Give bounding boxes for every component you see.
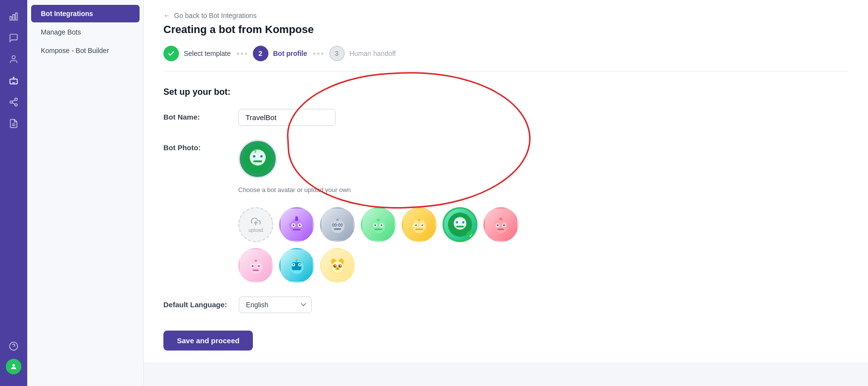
svg-point-77	[503, 224, 505, 226]
svg-point-54	[381, 224, 383, 226]
avatar-row-2	[238, 248, 518, 283]
svg-point-76	[497, 224, 499, 226]
svg-rect-62	[415, 228, 423, 230]
svg-rect-56	[377, 219, 379, 221]
bot-photo-selected	[238, 140, 277, 178]
svg-point-40	[331, 219, 345, 233]
avatar-3[interactable]	[361, 207, 396, 242]
user-avatar-icon[interactable]	[6, 359, 21, 374]
main-content: ← Go back to Bot Integrations Creating a…	[144, 0, 868, 362]
save-proceed-button[interactable]: Save and proceed	[163, 331, 253, 351]
svg-point-105	[335, 265, 336, 266]
language-label: Default Language:	[163, 297, 227, 309]
svg-point-98	[296, 258, 298, 260]
svg-rect-4	[10, 79, 18, 84]
bot-photo-row: Bot Photo:	[163, 140, 849, 283]
avatar-9[interactable]	[320, 248, 355, 283]
svg-rect-49	[336, 219, 338, 221]
svg-point-46	[334, 224, 336, 226]
svg-point-85	[258, 265, 260, 267]
content-area: ← Go back to Bot Integrations Creating a…	[163, 12, 849, 351]
svg-point-17	[12, 364, 15, 367]
avatar-7[interactable]	[238, 248, 273, 283]
sidebar-item-manage-bots[interactable]: Manage Bots	[31, 23, 140, 41]
svg-point-71	[463, 222, 464, 223]
svg-point-61	[422, 224, 424, 226]
sidebar-item-bot-integrations[interactable]: Bot Integrations	[31, 5, 140, 22]
avatar-upload[interactable]: upload	[238, 207, 273, 242]
svg-rect-97	[296, 259, 298, 263]
svg-point-53	[374, 224, 376, 226]
svg-rect-63	[418, 219, 420, 221]
svg-point-108	[337, 267, 338, 269]
sidebar: Bot Integrations Manage Bots Kompose - B…	[27, 0, 144, 386]
step-3: 3 Human handoff	[329, 46, 396, 61]
help-icon[interactable]	[5, 337, 22, 355]
stepper: Select template 2 Bot profile 3 Human ha…	[163, 46, 849, 71]
bot-icon[interactable]	[5, 72, 22, 89]
upload-label: upload	[248, 228, 263, 233]
svg-point-8	[15, 98, 18, 101]
analytics-icon[interactable]	[5, 8, 22, 25]
svg-point-50	[372, 219, 386, 233]
avatar-8[interactable]	[279, 248, 314, 283]
svg-point-24	[254, 156, 255, 157]
contacts-icon[interactable]	[5, 51, 22, 68]
step-dots-1	[237, 53, 247, 55]
svg-point-84	[252, 265, 254, 267]
svg-point-70	[457, 222, 458, 223]
sidebar-item-kompose[interactable]: Kompose - Bot Builder	[31, 42, 140, 59]
avatar-row-1: upload	[238, 207, 518, 242]
svg-rect-86	[253, 269, 259, 271]
svg-point-73	[494, 219, 508, 233]
svg-rect-96	[294, 268, 300, 269]
svg-point-60	[415, 224, 417, 226]
svg-rect-38	[289, 223, 291, 227]
bot-photo-container: Choose a bot avatar or upload your own u…	[238, 140, 518, 283]
main-wrapper: ← Go back to Bot Integrations Creating a…	[144, 0, 868, 386]
step-2: 2 Bot profile	[253, 46, 307, 61]
svg-rect-89	[261, 265, 263, 267]
svg-rect-88	[249, 265, 250, 267]
svg-rect-87	[254, 260, 257, 262]
bot-name-input[interactable]	[238, 109, 336, 126]
svg-rect-80	[499, 218, 503, 220]
svg-point-47	[340, 224, 341, 226]
svg-point-106	[340, 265, 341, 266]
avatar-4[interactable]	[402, 207, 437, 242]
svg-point-34	[299, 224, 301, 226]
icon-bar	[0, 0, 27, 386]
step-3-circle: 3	[329, 46, 345, 61]
svg-point-30	[290, 219, 304, 233]
svg-rect-72	[456, 226, 464, 228]
svg-point-57	[412, 219, 426, 233]
bot-name-label: Bot Name:	[163, 109, 227, 121]
avatar-5[interactable]: ✓	[443, 207, 478, 242]
avatar-6[interactable]	[483, 207, 518, 242]
svg-line-11	[12, 103, 15, 104]
svg-rect-39	[302, 223, 304, 227]
svg-point-33	[293, 224, 295, 226]
language-select[interactable]: English Spanish French German Portuguese	[239, 297, 312, 313]
back-link[interactable]: ← Go back to Bot Integrations	[163, 12, 849, 19]
language-row: Default Language: English Spanish French…	[163, 297, 849, 313]
reports-icon[interactable]	[5, 115, 22, 132]
svg-point-5	[13, 77, 14, 78]
avatar-hint: Choose a bot avatar or upload your own	[238, 186, 518, 193]
step-1-label: Select template	[184, 50, 231, 57]
step-2-circle: 2	[253, 46, 268, 61]
bot-photo-label: Bot Photo:	[163, 140, 227, 152]
avatar-1[interactable]	[279, 207, 314, 242]
page-title: Creating a bot from Kompose	[163, 23, 849, 36]
integrations-icon[interactable]	[5, 93, 22, 111]
svg-point-102	[332, 262, 343, 273]
step-1-circle	[163, 46, 179, 61]
back-arrow-icon: ←	[163, 12, 170, 19]
svg-line-12	[12, 100, 15, 101]
svg-rect-0	[10, 17, 12, 20]
conversations-icon[interactable]	[5, 29, 22, 47]
svg-rect-2	[16, 13, 17, 20]
avatar-2[interactable]	[320, 207, 355, 242]
svg-rect-78	[498, 228, 504, 230]
avatar-grid: upload	[238, 207, 518, 283]
